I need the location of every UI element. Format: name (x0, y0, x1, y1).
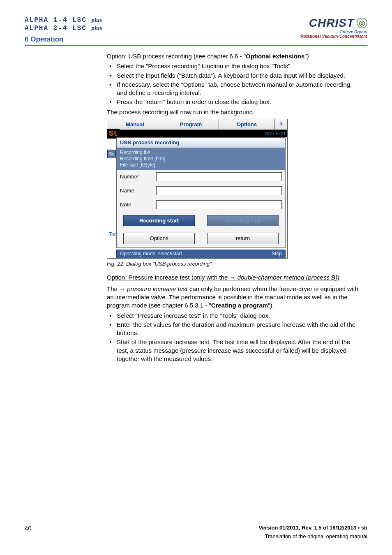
ph-prefix: Option: Pressure increase test (only wit… (107, 274, 238, 281)
dialog-status-bar: Operating mode: select/start Stop (116, 250, 286, 258)
brand-line-1: ALPHA 1-4 LSC plus (25, 16, 102, 24)
logo-sub2: Rotational-Vacuum-Concentrators (301, 34, 367, 39)
usb-bullet: Select the "Process recording" function … (107, 62, 363, 70)
usb-heading: Option: USB process recording (see chapt… (107, 52, 363, 60)
recording-buttons: Recording start Recording stop (117, 212, 285, 230)
content: Option: USB process recording (see chapt… (107, 52, 363, 363)
tab-options[interactable]: Options (219, 119, 275, 130)
recording-start-button[interactable]: Recording start (123, 215, 195, 227)
pressure-bullet: Enter the set values for the duration an… (107, 321, 363, 338)
section-title: 6 Operation (25, 35, 102, 44)
brand2-main: ALPHA 2-4 LSC (25, 25, 87, 32)
pp-bold: Creating a program (211, 302, 268, 309)
brand2-plus: plus (91, 25, 102, 31)
options-button[interactable]: Options (123, 233, 195, 244)
recording-stop-button[interactable]: Recording stop (207, 215, 279, 227)
pp-pre: The → (107, 285, 127, 292)
recording-info: Recording file Recording time [h:m] File… (117, 148, 285, 170)
figure-caption: Fig. 22: Dialog box "USB process recordi… (107, 260, 363, 268)
usb-heading-suffix: (see chapter 6.6 - " (192, 53, 246, 60)
ph-suffix: ) (337, 274, 339, 281)
bottom-buttons: Options return (117, 229, 285, 247)
ph-italic: double-chamber method (process B) (238, 274, 337, 281)
brand-line-2: ALPHA 2-4 LSC plus (25, 25, 102, 32)
dialog-tabs: Manual Program Options ? (107, 119, 287, 130)
logo-sub1: Freeze Dryers (340, 30, 367, 34)
logo-text: CHRIST (309, 16, 354, 30)
label-number: Number (120, 173, 153, 180)
input-number[interactable] (156, 172, 282, 181)
pressure-paragraph: The → pressure increase test can only be… (107, 285, 363, 310)
dialog-wrap: Manual Program Options ? St 2010-10-21 S… (107, 119, 363, 259)
brand-block: ALPHA 1-4 LSC plus ALPHA 2-4 LSC plus 6 … (25, 16, 102, 44)
usb-bullet: If necessary, select the "Options" tab, … (107, 81, 363, 97)
usb-bullets: Select the "Process recording" function … (107, 62, 363, 106)
pressure-heading: Option: Pressure increase test (only wit… (107, 273, 363, 282)
usb-heading-bold: Optional extensions (246, 53, 304, 60)
rec-info-line: Recording file (120, 150, 282, 156)
status-stop: Stop (272, 250, 282, 257)
dialog-inner: USB process recording Recording file Rec… (116, 137, 286, 248)
usb-post-line: The process recording will now run in th… (107, 108, 363, 116)
return-button[interactable]: return (207, 233, 279, 244)
page-header: ALPHA 1-4 LSC plus ALPHA 2-4 LSC plus 6 … (25, 16, 367, 46)
label-note: Note (120, 201, 153, 208)
usb-heading-end: ") (304, 53, 309, 60)
usb-heading-underline: Option: USB process recording (107, 53, 192, 60)
pressure-bullet: Select "Pressure increase test" in the "… (107, 312, 363, 320)
pressure-bullets: Select "Pressure increase test" in the "… (107, 312, 363, 363)
rec-info-line: File size [KByte] (120, 162, 282, 168)
page-number: 40 (25, 525, 32, 539)
input-note[interactable] (156, 200, 282, 209)
dialog-subheader: St 2010-10-21 (107, 130, 287, 137)
field-number-row: Number (117, 170, 285, 184)
logo-area: CHRIST ◎ Freeze Dryers Rotational-Vacuum… (301, 16, 367, 39)
pressure-heading-text: Option: Pressure increase test (only wit… (107, 274, 339, 281)
tod-stub: Tod (108, 228, 118, 238)
footer-right: Version 01/2011, Rev. 1.5 of 16/12/2013 … (259, 525, 367, 539)
usb-dialog: Manual Program Options ? St 2010-10-21 S… (107, 119, 288, 259)
label-name: Name (120, 187, 153, 194)
se-stub: Se (107, 150, 116, 158)
rec-info-line: Recording time [h:m] (120, 156, 282, 162)
field-name-row: Name (117, 184, 285, 198)
brand1-plus: plus (91, 16, 102, 23)
pp-italic: pressure increase test (127, 285, 188, 292)
pressure-bullet: Start of the pressure increase test. The… (107, 338, 363, 363)
input-name[interactable] (156, 186, 282, 195)
usb-bullet: Press the "return" button in order to cl… (107, 98, 363, 106)
status-mode: Operating mode: select/start (120, 250, 182, 257)
logo-swirl-icon: ◎ (357, 18, 367, 28)
footer-translation: Translation of the original operating ma… (259, 533, 367, 539)
usb-bullet: Select the input fields ("Batch data"). … (107, 72, 363, 80)
footer-version: Version 01/2011, Rev. 1.5 of 16/12/2013 … (259, 525, 367, 531)
pp-end: "). (268, 302, 274, 309)
dialog-date: 2010-10-21 (265, 131, 286, 137)
tab-program[interactable]: Program (163, 119, 219, 130)
tab-help[interactable]: ? (275, 119, 287, 130)
brand1-main: ALPHA 1-4 LSC (25, 16, 87, 24)
dialog-inner-title: USB process recording (117, 138, 285, 148)
page-footer: 40 Version 01/2011, Rev. 1.5 of 16/12/20… (25, 522, 367, 539)
field-note-row: Note (117, 198, 285, 212)
